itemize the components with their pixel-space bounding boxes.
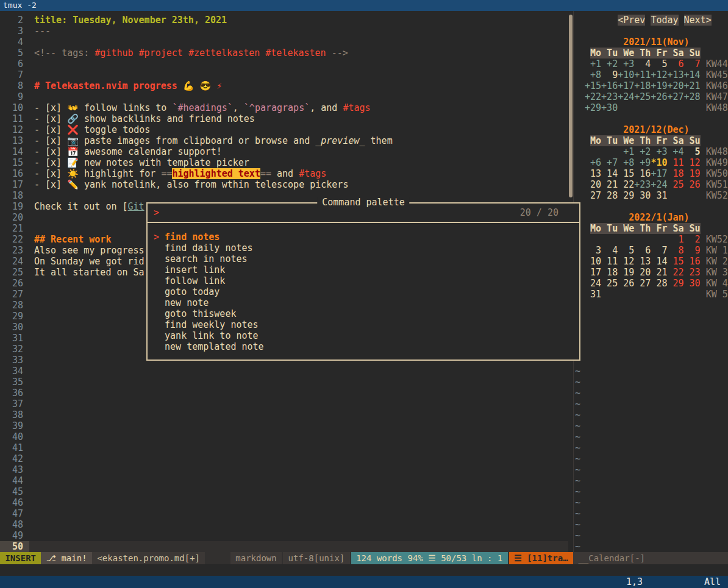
- text-segment[interactable]: 22 23: [667, 267, 700, 278]
- editor-line[interactable]: 4: [0, 37, 568, 48]
- line-text[interactable]: [29, 497, 34, 508]
- editor-line[interactable]: 7: [0, 69, 568, 80]
- calendar-row[interactable]: [574, 322, 728, 333]
- text-segment[interactable]: 24 25 26 27 28: [585, 278, 667, 289]
- calendar-row[interactable]: +15+16+17+18+19+20+21 KW46: [574, 80, 728, 91]
- editor-line[interactable]: 50: [0, 541, 568, 552]
- text-segment[interactable]: +17: [651, 168, 667, 179]
- line-text[interactable]: [29, 453, 34, 464]
- calendar-row[interactable]: +29+30 KW48: [574, 102, 728, 113]
- line-text[interactable]: - [x] 📝 new notes with template picker: [29, 157, 249, 168]
- calendar-row[interactable]: [574, 333, 728, 344]
- line-text[interactable]: [29, 377, 34, 388]
- editor-line[interactable]: 11- [x] 🔗 show backlinks and friend note…: [0, 113, 568, 124]
- text-segment[interactable]: 11 12: [667, 157, 700, 168]
- text-segment[interactable]: 3 4 5 6 7: [585, 245, 667, 256]
- line-text[interactable]: [29, 289, 34, 300]
- text-segment[interactable]: +8: [590, 69, 601, 80]
- line-text[interactable]: It all started on Sa: [29, 267, 145, 278]
- text-segment[interactable]: 31: [585, 289, 601, 300]
- text-segment[interactable]: [618, 102, 700, 113]
- calendar-row[interactable]: 2021/12(Dec): [574, 124, 728, 135]
- text-segment[interactable]: 5: [684, 146, 701, 157]
- calendar-nav-button[interactable]: Next>: [684, 15, 712, 26]
- text-segment[interactable]: [585, 212, 629, 223]
- text-segment[interactable]: 20 21 22: [585, 179, 634, 190]
- line-text[interactable]: - [x] 👐 follow links to `#headings`, `^p…: [29, 102, 371, 113]
- editor-line[interactable]: 42: [0, 453, 568, 464]
- editor-line[interactable]: 43: [0, 464, 568, 475]
- scrollbar-thumb[interactable]: [569, 15, 573, 197]
- editor-line[interactable]: 36: [0, 388, 568, 398]
- calendar-row[interactable]: [574, 311, 728, 322]
- line-text[interactable]: [29, 278, 34, 289]
- editor-line[interactable]: 35: [0, 377, 568, 388]
- line-text[interactable]: [29, 519, 34, 530]
- editor-line[interactable]: 49: [0, 530, 568, 541]
- editor-line[interactable]: 9: [0, 91, 568, 102]
- editor-line[interactable]: 34: [0, 366, 568, 377]
- text-segment[interactable]: 4 5: [634, 58, 667, 69]
- calendar-row[interactable]: +8 9+10+11+12+13+14 KW45: [574, 69, 728, 80]
- line-text[interactable]: title: Tuesday, November 23th, 2021: [29, 15, 227, 26]
- line-text[interactable]: [29, 388, 34, 398]
- palette-item[interactable]: yank link to note: [154, 330, 573, 341]
- calendar-row[interactable]: [574, 26, 728, 37]
- line-text[interactable]: [29, 37, 34, 48]
- text-segment[interactable]: [585, 223, 590, 234]
- text-segment[interactable]: 9: [601, 69, 618, 80]
- editor-line[interactable]: 39: [0, 420, 568, 431]
- calendar-row[interactable]: 24 25 26 27 28 29 30 KW 4: [574, 278, 728, 289]
- editor-line[interactable]: 10- [x] 👐 follow links to `#headings`, `…: [0, 102, 568, 113]
- calendar-row[interactable]: <Prev Today Next>: [574, 15, 728, 26]
- text-segment[interactable]: 17 18 19 20 21: [585, 267, 667, 278]
- calendar-row[interactable]: 1 2 KW52: [574, 234, 728, 245]
- palette-item[interactable]: find weekly notes: [154, 319, 573, 330]
- line-text[interactable]: [29, 420, 34, 431]
- line-text[interactable]: ## Recent work: [29, 234, 111, 245]
- text-segment[interactable]: [601, 289, 701, 300]
- text-segment[interactable]: [667, 190, 700, 201]
- line-text[interactable]: On Sunday we got rid: [29, 256, 145, 267]
- calendar-row[interactable]: +1 +2 +3 +4 5 KW48: [574, 146, 728, 157]
- text-segment[interactable]: 1 2: [667, 234, 700, 245]
- text-segment[interactable]: [585, 69, 590, 80]
- line-text[interactable]: [29, 366, 34, 377]
- palette-item[interactable]: insert link: [154, 264, 573, 275]
- calendar-row[interactable]: [574, 355, 728, 366]
- line-text[interactable]: [29, 541, 34, 552]
- calendar-pane[interactable]: <Prev Today Next> 2021/11(Nov) Mo Tu We …: [573, 11, 728, 552]
- line-text[interactable]: [29, 344, 34, 355]
- palette-item[interactable]: follow link: [154, 275, 573, 286]
- line-text[interactable]: [29, 333, 34, 344]
- line-text[interactable]: [29, 409, 34, 420]
- text-segment[interactable]: [585, 157, 590, 168]
- line-text[interactable]: [29, 530, 34, 541]
- text-segment[interactable]: +22+23+24+25+26+27+28: [585, 91, 701, 102]
- calendar-row[interactable]: 20 21 22+23+24 25 26 KW51: [574, 179, 728, 190]
- line-text[interactable]: - [x] ☀️ highlight for ==highlighted tex…: [29, 168, 326, 179]
- command-palette[interactable]: Command palette > 20 / 20 > find notes f…: [146, 202, 580, 361]
- palette-item[interactable]: find daily notes: [154, 243, 573, 253]
- text-segment[interactable]: [585, 146, 618, 157]
- editor-line[interactable]: 6: [0, 58, 568, 69]
- editor-line[interactable]: 44: [0, 475, 568, 486]
- text-segment[interactable]: 18 19: [667, 168, 700, 179]
- text-segment[interactable]: +23+24: [634, 179, 667, 190]
- text-segment[interactable]: 27 28 29 30 31: [585, 190, 667, 201]
- calendar-row[interactable]: 2021/11(Nov): [574, 37, 728, 48]
- line-text[interactable]: [29, 190, 34, 201]
- calendar-row[interactable]: Mo Tu We Th Fr Sa Su: [574, 223, 728, 234]
- text-segment[interactable]: [585, 58, 590, 69]
- line-text[interactable]: [29, 398, 34, 409]
- calendar-nav-button[interactable]: <Prev: [618, 15, 645, 26]
- text-segment[interactable]: [585, 124, 623, 135]
- calendar-nav-button[interactable]: Today: [651, 15, 678, 26]
- text-segment[interactable]: [585, 135, 590, 146]
- palette-item[interactable]: new note: [154, 297, 573, 308]
- line-text[interactable]: - [x] 📅 awesome calendar support!: [29, 146, 222, 157]
- editor-line[interactable]: 46: [0, 497, 568, 508]
- calendar-row[interactable]: 2022/1(Jan): [574, 212, 728, 223]
- line-text[interactable]: [29, 355, 34, 366]
- palette-item[interactable]: goto today: [154, 286, 573, 297]
